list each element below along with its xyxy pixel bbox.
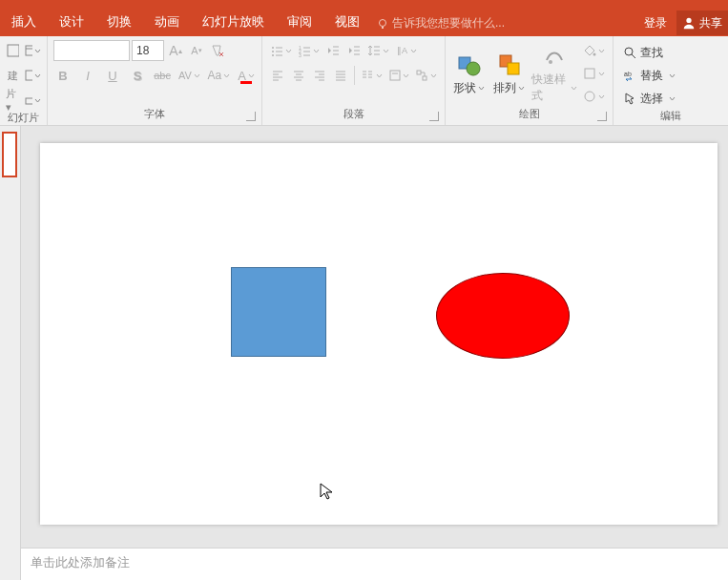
tab-view[interactable]: 视图 bbox=[323, 9, 371, 36]
tab-review[interactable]: 审阅 bbox=[276, 9, 323, 36]
clear-formatting-button[interactable] bbox=[208, 40, 227, 61]
bullets-button[interactable] bbox=[268, 40, 294, 61]
svg-point-12 bbox=[272, 54, 274, 56]
drawing-dialog-launcher[interactable] bbox=[597, 112, 607, 121]
group-label-drawing-text: 绘图 bbox=[519, 108, 540, 119]
thumbnail-pane[interactable] bbox=[0, 126, 21, 580]
section-dropdown[interactable] bbox=[23, 90, 43, 111]
paragraph-dialog-launcher[interactable] bbox=[429, 112, 439, 121]
find-button[interactable]: 查找 bbox=[619, 42, 722, 63]
reset-button[interactable] bbox=[23, 65, 43, 86]
share-button[interactable]: 共享 bbox=[676, 10, 728, 35]
tab-transitions[interactable]: 切换 bbox=[95, 9, 143, 36]
drawing-sub-buttons bbox=[581, 40, 607, 107]
font-size-combo[interactable]: 18 bbox=[132, 40, 164, 61]
svg-text:‖A: ‖A bbox=[397, 46, 407, 55]
font-dialog-launcher[interactable] bbox=[246, 112, 256, 121]
new-slide-button[interactable] bbox=[4, 40, 21, 61]
group-font: 18 A▴ A▾ B I U S abc AV Aa A 字体 bbox=[48, 36, 262, 125]
svg-point-1 bbox=[380, 19, 386, 26]
text-direction-button[interactable]: ‖A bbox=[393, 40, 419, 61]
slide-thumbnail-1[interactable] bbox=[2, 132, 17, 177]
replace-button[interactable]: ab 替换 bbox=[619, 65, 722, 86]
decrease-indent-button[interactable] bbox=[323, 40, 343, 61]
tab-slideshow[interactable]: 幻灯片放映 bbox=[191, 9, 276, 36]
svg-rect-6 bbox=[26, 71, 32, 80]
svg-line-65 bbox=[632, 54, 635, 58]
titlebar: 登录 共享 bbox=[0, 0, 728, 11]
columns-button[interactable] bbox=[359, 65, 385, 86]
group-editing: 查找 ab 替换 选择 编辑 bbox=[614, 36, 728, 125]
svg-rect-2 bbox=[382, 27, 384, 29]
char-spacing-button[interactable]: AV bbox=[177, 65, 201, 86]
increase-indent-button[interactable] bbox=[344, 40, 364, 61]
change-case-button[interactable]: Aa bbox=[207, 65, 231, 86]
justify-button[interactable] bbox=[331, 65, 350, 86]
arrange-icon bbox=[496, 52, 523, 78]
login-link[interactable]: 登录 bbox=[644, 15, 667, 31]
align-text-button[interactable] bbox=[386, 65, 412, 86]
shapes-button[interactable]: 形状 bbox=[451, 52, 488, 96]
tab-insert[interactable]: 插入 bbox=[0, 9, 48, 36]
separator bbox=[354, 66, 355, 85]
menubar: 插入 设计 切换 动画 幻灯片放映 审阅 视图 告诉我您想要做什么... bbox=[0, 11, 728, 36]
shape-fill-button[interactable] bbox=[581, 40, 607, 61]
group-paragraph: 123 ‖A 段落 bbox=[262, 36, 446, 125]
notes-pane[interactable]: 单击此处添加备注 bbox=[21, 548, 728, 580]
group-label-paragraph: 段落 bbox=[268, 107, 439, 123]
group-label-drawing: 绘图 bbox=[451, 107, 607, 123]
slide-from-outline-button[interactable]: 建 bbox=[4, 65, 21, 86]
svg-point-10 bbox=[272, 51, 274, 52]
svg-rect-4 bbox=[26, 46, 32, 55]
svg-text:3: 3 bbox=[299, 52, 302, 57]
quick-styles-icon bbox=[541, 43, 568, 70]
svg-point-64 bbox=[625, 48, 633, 55]
align-center-button[interactable] bbox=[289, 65, 308, 86]
shapes-icon bbox=[456, 52, 483, 78]
shape-outline-button[interactable] bbox=[581, 63, 607, 84]
svg-rect-3 bbox=[8, 45, 19, 56]
shadow-button[interactable]: S bbox=[128, 65, 147, 86]
select-button[interactable]: 选择 bbox=[619, 88, 722, 109]
arrange-label: 排列 bbox=[493, 80, 516, 96]
shape-rectangle[interactable] bbox=[231, 267, 326, 357]
group-drawing: 形状 排列 快速样式 绘图 bbox=[446, 36, 614, 125]
align-right-button[interactable] bbox=[310, 65, 329, 86]
search-icon bbox=[623, 46, 636, 59]
svg-point-0 bbox=[686, 18, 691, 23]
arrange-button[interactable]: 排列 bbox=[491, 52, 528, 96]
group-label-editing: 编辑 bbox=[619, 109, 722, 125]
svg-point-57 bbox=[467, 62, 480, 75]
shape-effects-button[interactable] bbox=[581, 86, 607, 107]
numbering-button[interactable]: 123 bbox=[296, 40, 322, 61]
share-icon bbox=[682, 16, 696, 30]
smartart-button[interactable] bbox=[413, 65, 439, 86]
canvas-scroll[interactable] bbox=[21, 126, 728, 548]
line-spacing-button[interactable] bbox=[365, 40, 391, 61]
strikethrough-button[interactable]: abc bbox=[153, 65, 172, 86]
replace-label: 替换 bbox=[640, 68, 663, 84]
svg-rect-59 bbox=[508, 63, 519, 74]
tab-design[interactable]: 设计 bbox=[48, 9, 95, 36]
shape-ellipse[interactable] bbox=[436, 273, 570, 359]
increase-font-button[interactable]: A▴ bbox=[166, 40, 185, 61]
font-name-combo[interactable] bbox=[53, 40, 130, 61]
group-label-font-text: 字体 bbox=[144, 108, 165, 119]
tab-animations[interactable]: 动画 bbox=[143, 9, 191, 36]
bold-button[interactable]: B bbox=[53, 65, 73, 86]
align-left-button[interactable] bbox=[268, 65, 287, 86]
section-button[interactable]: 片▾ bbox=[4, 90, 21, 111]
underline-button[interactable]: U bbox=[103, 65, 122, 86]
italic-button[interactable]: I bbox=[78, 65, 97, 86]
notes-placeholder: 单击此处添加备注 bbox=[31, 555, 130, 570]
layout-button[interactable] bbox=[23, 40, 43, 61]
group-label-font: 字体 bbox=[53, 107, 256, 123]
tell-me-search[interactable]: 告诉我您想要做什么... bbox=[377, 15, 505, 36]
ribbon: 建 片▾ 幻灯片 18 A▴ A▾ B I U S bbox=[0, 36, 728, 126]
slide-canvas[interactable] bbox=[40, 143, 718, 525]
svg-point-63 bbox=[585, 92, 594, 101]
font-color-button[interactable]: A bbox=[237, 65, 256, 86]
svg-rect-54 bbox=[417, 71, 421, 74]
decrease-font-button[interactable]: A▾ bbox=[187, 40, 206, 61]
quick-styles-button[interactable]: 快速样式 bbox=[531, 43, 577, 104]
